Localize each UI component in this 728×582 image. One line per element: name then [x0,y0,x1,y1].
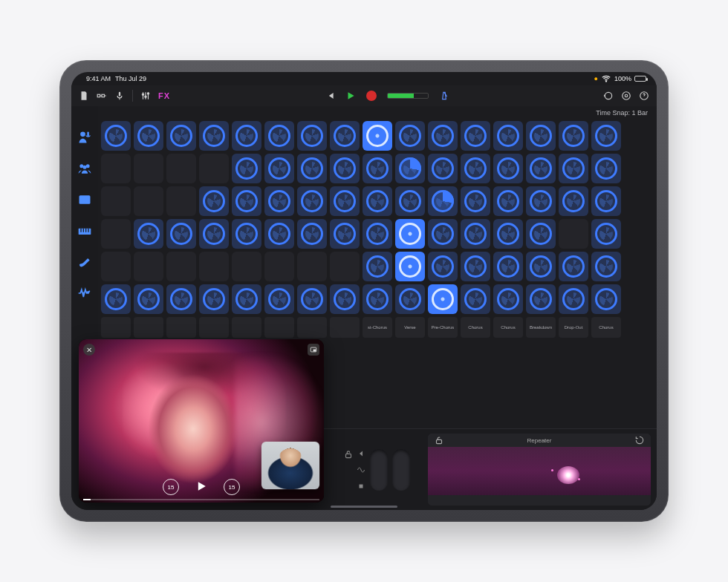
loop-cell[interactable] [264,219,294,249]
loop-cell[interactable] [493,186,523,216]
loop-cell[interactable] [330,219,360,249]
loop-cell[interactable] [363,186,392,216]
reset-icon[interactable] [634,435,645,445]
loop-cell[interactable] [101,121,131,151]
section-trigger[interactable]: Drop-Out [559,317,588,338]
loop-cell[interactable] [166,186,196,216]
section-trigger[interactable]: Chorus [461,317,490,338]
loop-cell[interactable] [232,219,261,249]
section-trigger[interactable] [264,317,294,338]
loop-cell[interactable] [559,284,588,314]
loop-cell[interactable] [232,154,261,183]
loop-cell[interactable] [395,284,425,314]
loop-cell[interactable] [461,284,490,314]
section-trigger[interactable]: st-Chorus [363,317,392,338]
stop-icon[interactable] [357,482,365,491]
loop-cell[interactable] [232,186,261,216]
track-guitar[interactable] [71,247,98,277]
loop-cell[interactable] [461,186,490,216]
loop-cell[interactable] [526,219,556,249]
loop-cell[interactable] [330,121,360,151]
loop-cell[interactable] [134,186,163,216]
track-choir[interactable] [71,154,98,183]
skip-back-15-icon[interactable]: 15 [163,479,179,495]
loop-cell[interactable] [297,252,327,281]
loop-cell[interactable] [199,284,229,314]
section-trigger[interactable] [297,317,327,338]
loop-cell[interactable] [134,154,163,183]
loop-cell[interactable] [297,154,327,183]
section-trigger[interactable] [101,317,131,338]
loop-cell[interactable] [134,121,163,151]
track-vocals-mic[interactable] [71,122,98,152]
loop-cell[interactable] [493,121,523,151]
loop-cell[interactable] [264,186,294,216]
section-trigger[interactable] [330,317,360,338]
loop-cell[interactable] [330,154,360,183]
loop-cell[interactable] [199,121,229,151]
loop-cell[interactable] [395,219,425,249]
loop-cell[interactable] [493,154,523,183]
loop-cell[interactable] [493,284,523,314]
rewind-icon[interactable] [325,91,335,101]
loop-cell[interactable] [591,186,621,216]
loop-cell[interactable] [101,154,131,183]
loop-cell[interactable] [461,154,490,183]
loop-cell[interactable] [559,121,588,151]
track-drum-machine[interactable] [71,185,98,215]
mixer-icon[interactable] [140,91,151,101]
loop-cell[interactable] [395,186,425,216]
loop-cell[interactable] [101,252,131,281]
loop-cell[interactable] [591,154,621,183]
section-trigger[interactable]: Chorus [591,317,621,338]
loop-cell[interactable] [199,186,229,216]
loop-cell[interactable] [395,121,425,151]
repeater-xy-pad[interactable] [428,447,651,495]
loop-cell[interactable] [134,219,163,249]
loop-cell[interactable] [526,154,556,183]
metronome-icon[interactable] [439,91,449,101]
loop-cell[interactable] [166,121,196,151]
loop-cell[interactable] [428,219,458,249]
loop-cell[interactable] [363,219,392,249]
loop-cell[interactable] [330,284,360,314]
loop-cell[interactable] [264,284,294,314]
loop-cell[interactable] [395,252,425,281]
pip-play-icon[interactable] [194,479,209,495]
loop-cell[interactable] [428,121,458,151]
loop-cell[interactable] [199,154,229,183]
loop-cell[interactable] [461,121,490,151]
loop-cell[interactable] [559,219,588,249]
track-keyboard[interactable] [71,216,98,246]
play-icon[interactable] [345,91,356,101]
loop-cell[interactable] [264,121,294,151]
skip-forward-15-icon[interactable]: 15 [224,479,240,495]
section-trigger[interactable]: Pre-Chorus [428,317,458,338]
loop-cell[interactable] [363,252,392,281]
loop-cell[interactable] [101,186,131,216]
wave-shape-icon[interactable] [357,465,365,474]
loop-cell[interactable] [297,121,327,151]
section-trigger[interactable]: Verse [395,317,425,338]
track-audio-wave[interactable] [71,278,98,308]
loop-cell[interactable] [166,284,196,314]
loop-cell[interactable] [428,186,458,216]
loop-cell[interactable] [166,252,196,281]
pip-scrubber[interactable] [83,499,319,500]
loop-cell[interactable] [264,252,294,281]
loop-cell[interactable] [526,121,556,151]
section-trigger[interactable] [166,317,196,338]
loop-cell[interactable] [461,252,490,281]
loop-cell[interactable] [559,154,588,183]
project-icon[interactable] [79,91,89,101]
fx-button[interactable]: FX [158,91,170,100]
loop-cell[interactable] [232,121,261,151]
loop-cell[interactable] [526,284,556,314]
loop-cell[interactable] [493,219,523,249]
loop-cell[interactable] [461,219,490,249]
track-view-icon[interactable] [97,91,107,101]
loop-cell[interactable] [428,154,458,183]
loop-cell[interactable] [134,284,163,314]
loop-cell[interactable] [101,284,131,314]
section-trigger[interactable] [134,317,163,338]
